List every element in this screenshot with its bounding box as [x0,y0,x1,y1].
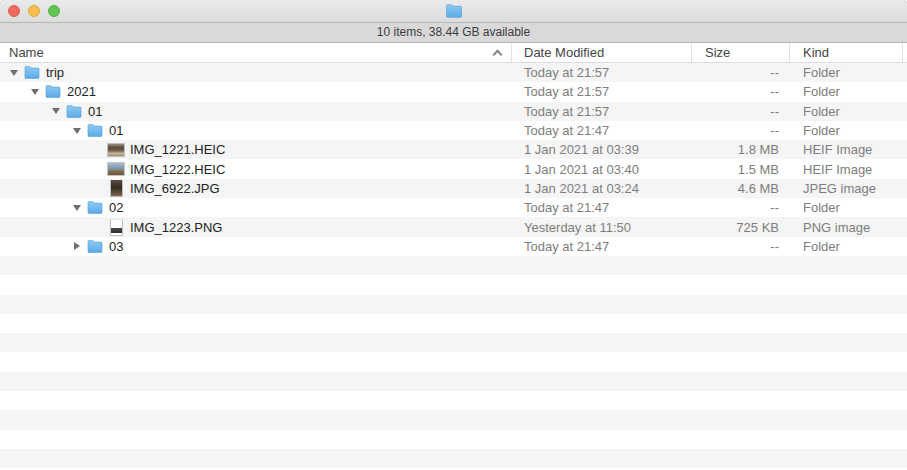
folder-icon [87,238,103,255]
kind-cell: Folder [790,84,907,99]
name-cell: trip [0,64,512,81]
size-cell: 1.8 MB [692,142,790,157]
folder-icon [24,64,40,81]
date-modified-cell: 1 Jan 2021 at 03:24 [512,181,692,196]
empty-row [0,410,907,429]
kind-cell: Folder [790,239,907,254]
date-modified-cell: 1 Jan 2021 at 03:39 [512,142,692,157]
folder-icon [87,122,103,139]
kind-cell: JPEG image [790,181,907,196]
table-row[interactable]: 01Today at 21:57--Folder [0,102,907,121]
status-bar: 10 items, 38.44 GB available [0,23,907,43]
name-cell: 01 [0,103,512,120]
file-name-label: 03 [109,239,123,254]
empty-row [0,430,907,449]
name-cell: IMG_1223.PNG [0,219,512,236]
folder-proxy-icon[interactable] [445,4,462,22]
file-name-label: 2021 [67,84,96,99]
traffic-lights [8,5,60,17]
folder-icon [87,199,103,216]
empty-row [0,449,907,468]
file-name-label: 01 [88,104,102,119]
sort-ascending-icon [493,49,503,59]
kind-cell: HEIF Image [790,142,907,157]
empty-row [0,372,907,391]
name-cell: IMG_1221.HEIC [0,141,512,158]
file-name-label: trip [46,65,64,80]
triangle-open-icon [73,205,81,211]
date-modified-cell: Today at 21:47 [512,200,692,215]
triangle-open-icon [52,108,60,114]
size-cell: -- [692,239,790,254]
triangle-closed-icon [74,242,80,250]
name-cell: 03 [0,238,512,255]
title-bar[interactable] [0,0,907,23]
empty-row [0,275,907,294]
table-row[interactable]: 2021Today at 21:57--Folder [0,82,907,101]
date-modified-cell: Today at 21:57 [512,104,692,119]
kind-cell: Folder [790,200,907,215]
column-header-date-modified[interactable]: Date Modified [512,43,692,62]
column-header-filler [903,43,907,62]
column-header-size[interactable]: Size [692,43,790,62]
close-button[interactable] [8,5,20,17]
table-row[interactable]: IMG_6922.JPG1 Jan 2021 at 03:244.6 MBJPE… [0,179,907,198]
disclosure-triangle-icon[interactable] [71,128,83,134]
file-name-label: IMG_1221.HEIC [130,142,225,157]
file-name-label: IMG_1223.PNG [130,220,223,235]
disclosure-triangle-icon[interactable] [29,89,41,95]
empty-row [0,391,907,410]
disclosure-triangle-icon[interactable] [71,242,83,250]
table-row[interactable]: IMG_1222.HEIC1 Jan 2021 at 03:401.5 MBHE… [0,159,907,178]
date-modified-cell: Yesterday at 11:50 [512,220,692,235]
size-cell: -- [692,84,790,99]
triangle-open-icon [73,128,81,134]
name-cell: 02 [0,199,512,216]
date-modified-cell: Today at 21:47 [512,123,692,138]
photo-landscape-2 [108,161,124,178]
size-cell: -- [692,104,790,119]
photo-landscape-1 [108,141,124,158]
screenshot-portrait-light [108,219,124,236]
zoom-button[interactable] [48,5,60,17]
table-row[interactable]: IMG_1221.HEIC1 Jan 2021 at 03:391.8 MBHE… [0,140,907,159]
table-row[interactable]: IMG_1223.PNGYesterday at 11:50725 KBPNG … [0,217,907,236]
column-header-name[interactable]: Name [0,43,512,62]
disclosure-triangle-icon[interactable] [8,70,20,76]
table-row[interactable]: 02Today at 21:47--Folder [0,198,907,217]
photo-landscape-1 [108,144,124,156]
date-modified-cell: Today at 21:57 [512,65,692,80]
triangle-open-icon [10,70,18,76]
file-name-label: 02 [109,200,123,215]
photo-portrait-dark [111,180,122,196]
kind-cell: Folder [790,65,907,80]
disclosure-triangle-icon[interactable] [50,108,62,114]
size-cell: -- [692,65,790,80]
size-cell: -- [692,123,790,138]
minimize-button[interactable] [28,5,40,17]
status-text: 10 items, 38.44 GB available [377,25,530,39]
disclosure-triangle-icon[interactable] [71,205,83,211]
table-row[interactable]: 03Today at 21:47--Folder [0,237,907,256]
name-cell: IMG_1222.HEIC [0,161,512,178]
empty-row [0,352,907,371]
empty-row [0,256,907,275]
kind-cell: HEIF Image [790,162,907,177]
table-row[interactable]: tripToday at 21:57--Folder [0,63,907,82]
size-cell: 1.5 MB [692,162,790,177]
folder-icon [66,103,82,120]
screenshot-portrait-light [111,219,122,235]
empty-row [0,295,907,314]
file-list: tripToday at 21:57--Folder2021Today at 2… [0,63,907,470]
triangle-open-icon [31,89,39,95]
date-modified-cell: 1 Jan 2021 at 03:40 [512,162,692,177]
table-row[interactable]: 01Today at 21:47--Folder [0,121,907,140]
kind-cell: Folder [790,123,907,138]
photo-portrait-dark [108,180,124,197]
file-name-label: 01 [109,123,123,138]
name-cell: 01 [0,122,512,139]
kind-cell: PNG image [790,220,907,235]
column-header-kind[interactable]: Kind [790,43,903,62]
folder-icon [45,83,61,100]
size-cell: 725 KB [692,220,790,235]
